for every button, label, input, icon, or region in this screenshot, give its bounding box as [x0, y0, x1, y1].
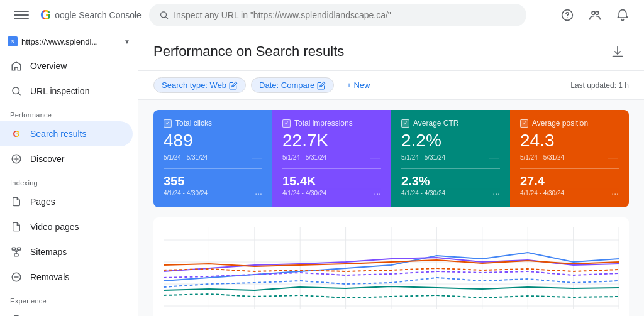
notifications-button[interactable] [611, 4, 634, 26]
sidebar-item-overview[interactable]: Overview [0, 53, 133, 79]
metric-header-ctr: ✓ Average CTR [401, 119, 500, 128]
add-filter-label: + New [347, 80, 370, 90]
sidebar-item-page-experience[interactable]: Page Experience [0, 307, 133, 316]
accounts-button[interactable] [584, 4, 606, 26]
metric-value-ctr: 2.2% [401, 131, 500, 151]
sidebar-item-overview-label: Overview [30, 61, 67, 71]
chart-container: 3 6 9 12 15 18 21 24 27 30 [153, 217, 629, 316]
metric-dots-clicks: — [252, 152, 262, 163]
main-layout: s https://www.splendi... ▼ Overview URL … [0, 30, 644, 316]
help-button[interactable] [556, 4, 579, 26]
pages-icon [10, 195, 23, 208]
site-favicon: s [8, 36, 18, 46]
content-area: Performance on Search results Search typ… [138, 30, 644, 316]
last-updated-label: Last updated: 1 h [570, 81, 629, 90]
metric-dots-position: — [608, 152, 619, 163]
sidebar-item-video-pages-label: Video pages [30, 222, 79, 232]
metric-label-clicks: Total clicks [175, 119, 212, 128]
sidebar: s https://www.splendi... ▼ Overview URL … [0, 30, 138, 316]
filters-bar: Search type: Web Date: Compare + New Las… [138, 71, 644, 100]
metric-divider-clicks [164, 168, 262, 169]
metric-checkbox-clicks: ✓ [164, 119, 172, 128]
google-g-icon: G [10, 128, 23, 140]
svg-rect-11 [18, 248, 21, 250]
svg-point-4 [592, 11, 595, 14]
sidebar-item-url-inspection[interactable]: URL inspection [0, 79, 133, 104]
metric-label-position: Average position [532, 119, 588, 128]
site-selector[interactable]: s https://www.splendi... ▼ [0, 30, 138, 53]
chevron-down-icon: ▼ [124, 38, 130, 45]
url-search-input[interactable] [174, 10, 516, 20]
metric-checkbox-ctr: ✓ [401, 119, 409, 128]
metric-dots-impressions: — [370, 152, 381, 163]
date-edit-icon [317, 81, 326, 90]
page-experience-icon [10, 313, 23, 316]
metric-value-position: 24.3 [520, 131, 619, 151]
add-filter-button[interactable]: + New [339, 78, 377, 92]
sidebar-item-removals[interactable]: Removals [0, 264, 133, 290]
svg-point-5 [596, 11, 599, 14]
metric-checkbox-impressions: ✓ [282, 119, 291, 128]
search-type-filter[interactable]: Search type: Web [153, 77, 246, 93]
sidebar-item-search-results[interactable]: G Search results [0, 121, 133, 146]
site-name: https://www.splendi... [21, 37, 120, 46]
date-filter-label: Date: Compare [259, 80, 314, 90]
metric-value-clicks: 489 [164, 131, 262, 151]
sidebar-item-video-pages[interactable]: Video pages [0, 214, 133, 239]
sidebar-item-url-inspection-label: URL inspection [30, 86, 89, 96]
metric-dates2-ctr: 4/1/24 - 4/30/24 ··· [401, 188, 500, 199]
sidebar-item-pages-label: Pages [30, 197, 55, 207]
metric-info-impressions: ··· [374, 188, 381, 199]
metric-dates2-clicks: 4/1/24 - 4/30/24 ··· [164, 188, 262, 199]
svg-marker-9 [13, 156, 20, 163]
sidebar-item-discover[interactable]: Discover [0, 146, 133, 172]
metric-label-impressions: Total impressions [294, 119, 353, 128]
metric-card-average-ctr[interactable]: ✓ Average CTR 2.2% 5/1/24 - 5/31/24 — 2.… [391, 110, 510, 207]
metric-divider-ctr [401, 168, 500, 169]
removals-icon [10, 271, 23, 283]
metric-dates-ctr: 5/1/24 - 5/31/24 — [401, 152, 500, 163]
date-filter[interactable]: Date: Compare [251, 77, 334, 93]
metric-value2-impressions: 15.4K [282, 174, 381, 188]
discover-icon [10, 153, 23, 165]
metric-card-total-clicks[interactable]: ✓ Total clicks 489 5/1/24 - 5/31/24 — 35… [153, 110, 272, 207]
metric-dates-position: 5/1/24 - 5/31/24 — [520, 152, 619, 163]
metric-card-average-position[interactable]: ✓ Average position 24.3 5/1/24 - 5/31/24… [510, 110, 629, 207]
sidebar-item-sitemaps[interactable]: Sitemaps [0, 239, 133, 264]
metric-card-total-impressions[interactable]: ✓ Total impressions 22.7K 5/1/24 - 5/31/… [272, 110, 391, 207]
experience-section-label: Experience [0, 290, 138, 307]
top-bar: G oogle Search Console [0, 0, 644, 30]
metric-header-impressions: ✓ Total impressions [282, 119, 381, 128]
content-header: Performance on Search results [138, 30, 644, 71]
metric-divider-position [520, 168, 619, 169]
sidebar-item-removals-label: Removals [30, 272, 69, 282]
home-icon [10, 60, 23, 72]
metric-divider-impressions [282, 168, 381, 169]
metric-dates-clicks: 5/1/24 - 5/31/24 — [164, 152, 262, 163]
bell-icon [616, 9, 629, 21]
logo-area: G oogle Search Console [40, 7, 142, 23]
download-button[interactable] [606, 40, 629, 63]
google-g-logo: G [40, 7, 51, 23]
metric-value2-ctr: 2.3% [401, 174, 500, 188]
edit-icon [229, 81, 238, 90]
metric-value2-position: 27.4 [520, 174, 619, 188]
metric-dates2-position: 4/1/24 - 4/30/24 ··· [520, 188, 619, 199]
metric-info-clicks: ··· [255, 188, 262, 199]
metric-value2-clicks: 355 [164, 174, 262, 188]
hamburger-menu[interactable] [10, 4, 33, 26]
help-icon [561, 9, 574, 21]
top-icons [556, 4, 634, 26]
sidebar-item-pages[interactable]: Pages [0, 189, 133, 214]
metric-info-ctr: ··· [492, 188, 500, 199]
performance-chart [164, 227, 619, 315]
app-name: oogle Search Console [55, 10, 142, 20]
sidebar-item-search-results-label: Search results [30, 129, 86, 139]
sitemaps-icon [10, 246, 23, 258]
svg-rect-10 [12, 248, 15, 250]
sidebar-item-discover-label: Discover [30, 154, 64, 164]
accounts-icon [589, 9, 601, 21]
url-search-bar[interactable] [149, 4, 526, 26]
metric-header-clicks: ✓ Total clicks [164, 119, 262, 128]
svg-rect-12 [14, 254, 18, 256]
